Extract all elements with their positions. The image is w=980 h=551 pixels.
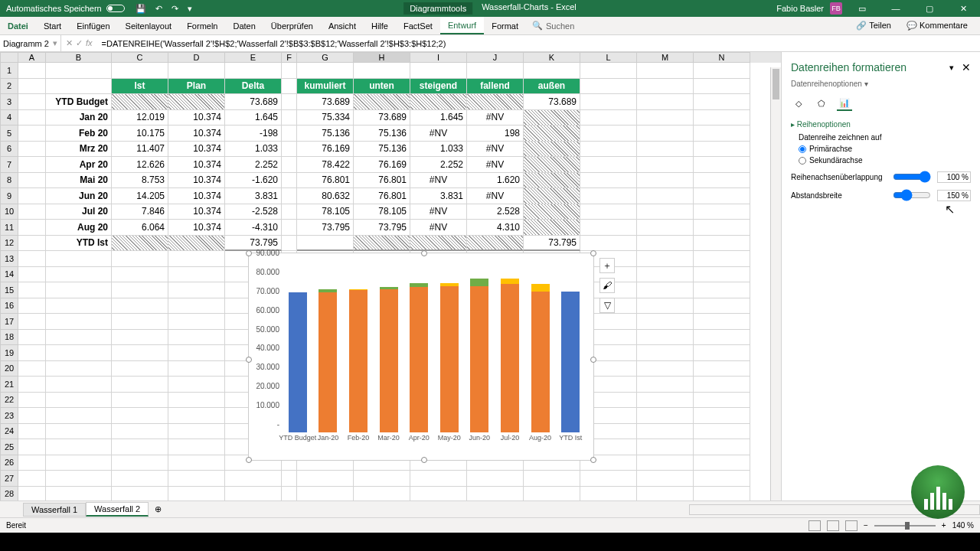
cell[interactable]: 73.689 xyxy=(354,110,410,126)
cell[interactable] xyxy=(637,251,694,267)
cell[interactable] xyxy=(18,110,46,126)
cell[interactable] xyxy=(112,471,168,487)
cell[interactable] xyxy=(46,345,112,361)
row-header[interactable]: 11 xyxy=(0,220,18,236)
zoom-level[interactable]: 140 % xyxy=(952,521,974,530)
overlap-slider[interactable] xyxy=(893,171,931,183)
cell[interactable] xyxy=(694,408,750,424)
col-header[interactable]: E xyxy=(225,52,282,63)
col-header[interactable]: I xyxy=(410,52,467,63)
pane-close-icon[interactable]: ✕ xyxy=(962,61,971,73)
cell[interactable] xyxy=(637,408,694,424)
cell[interactable] xyxy=(694,424,750,440)
cell[interactable] xyxy=(282,126,297,142)
cell[interactable]: 6.064 xyxy=(112,220,168,236)
cell[interactable] xyxy=(112,330,168,346)
row-header[interactable]: 14 xyxy=(0,267,18,283)
col-header[interactable]: H xyxy=(354,52,410,63)
cell[interactable] xyxy=(354,63,410,79)
cell[interactable]: 10.175 xyxy=(112,126,168,142)
cell[interactable] xyxy=(112,63,168,79)
cell[interactable] xyxy=(467,471,524,487)
qat-more-icon[interactable]: ▾ xyxy=(183,4,197,14)
cell[interactable] xyxy=(637,377,694,393)
cell[interactable] xyxy=(46,361,112,377)
cell[interactable] xyxy=(410,236,467,252)
cell[interactable] xyxy=(46,393,112,409)
cell[interactable] xyxy=(18,330,46,346)
cell[interactable]: 78.422 xyxy=(297,157,354,173)
cell[interactable] xyxy=(225,471,282,487)
cell[interactable] xyxy=(282,173,297,189)
cell[interactable] xyxy=(46,439,112,455)
row-header[interactable]: 9 xyxy=(0,188,18,204)
cell[interactable] xyxy=(112,314,168,330)
cell[interactable] xyxy=(467,63,524,79)
cell[interactable] xyxy=(18,173,46,189)
cell[interactable]: -198 xyxy=(225,126,282,142)
cell[interactable]: #NV xyxy=(410,220,467,236)
cell[interactable] xyxy=(18,157,46,173)
cell[interactable] xyxy=(18,439,46,455)
cell[interactable] xyxy=(637,298,694,315)
cell[interactable] xyxy=(524,220,580,236)
cell[interactable]: 73.795 xyxy=(524,236,580,252)
minimize-icon[interactable]: — xyxy=(882,0,910,17)
row-header[interactable]: 1 xyxy=(0,63,18,79)
name-box[interactable]: Diagramm 2 ▾ xyxy=(0,35,61,51)
cell[interactable] xyxy=(637,345,694,361)
cell[interactable] xyxy=(282,79,297,95)
cell[interactable] xyxy=(524,173,580,189)
cell[interactable]: Jun 20 xyxy=(46,188,112,204)
cell[interactable] xyxy=(410,471,467,487)
cell[interactable] xyxy=(46,298,112,315)
cell[interactable] xyxy=(694,471,750,487)
cell[interactable]: YTD Budget xyxy=(46,94,112,110)
cell[interactable] xyxy=(18,126,46,142)
cell[interactable]: 11.407 xyxy=(112,142,168,158)
cell[interactable] xyxy=(467,236,524,252)
effects-icon[interactable]: ⬠ xyxy=(814,96,829,111)
cell[interactable] xyxy=(580,220,637,236)
cell[interactable]: Plan xyxy=(168,79,225,95)
cell[interactable]: #NV xyxy=(410,126,467,142)
cell[interactable] xyxy=(168,94,225,110)
cell[interactable]: 73.689 xyxy=(297,94,354,110)
cell[interactable]: 73.795 xyxy=(297,220,354,236)
cell[interactable] xyxy=(46,408,112,424)
cell[interactable] xyxy=(637,236,694,252)
cell[interactable]: -2.528 xyxy=(225,204,282,220)
chart-filter-button[interactable]: ▽ xyxy=(599,298,615,313)
cell[interactable] xyxy=(46,63,112,79)
cell[interactable] xyxy=(637,393,694,409)
cell[interactable] xyxy=(580,173,637,189)
cell[interactable] xyxy=(168,361,225,377)
cell[interactable] xyxy=(18,188,46,204)
cell[interactable] xyxy=(18,487,46,501)
cell[interactable] xyxy=(354,487,410,501)
sheet-tab[interactable]: Wasserfall 1 xyxy=(23,503,86,517)
cell[interactable] xyxy=(112,236,168,252)
cell[interactable]: außen xyxy=(524,79,580,95)
tab-ansicht[interactable]: Ansicht xyxy=(321,17,364,34)
cell[interactable] xyxy=(168,63,225,79)
ribbon-options-icon[interactable]: ▭ xyxy=(848,0,876,17)
add-sheet-button[interactable]: ⊕ xyxy=(149,504,168,514)
cell[interactable] xyxy=(694,126,750,142)
gap-value[interactable]: 150 % xyxy=(937,190,971,201)
cell[interactable] xyxy=(694,157,750,173)
cell[interactable] xyxy=(637,173,694,189)
overlap-value[interactable]: 100 % xyxy=(937,171,971,183)
row-header[interactable]: 10 xyxy=(0,204,18,220)
redo-icon[interactable]: ↷ xyxy=(167,4,183,14)
cell[interactable]: 10.374 xyxy=(168,142,225,158)
cell[interactable] xyxy=(467,487,524,501)
cell[interactable]: 2.252 xyxy=(225,157,282,173)
row-header[interactable]: 23 xyxy=(0,408,18,424)
cell[interactable]: 198 xyxy=(467,126,524,142)
cell[interactable] xyxy=(580,157,637,173)
cell[interactable] xyxy=(46,282,112,298)
tab-daten[interactable]: Daten xyxy=(225,17,263,34)
cell[interactable] xyxy=(580,188,637,204)
row-header[interactable]: 4 xyxy=(0,110,18,126)
